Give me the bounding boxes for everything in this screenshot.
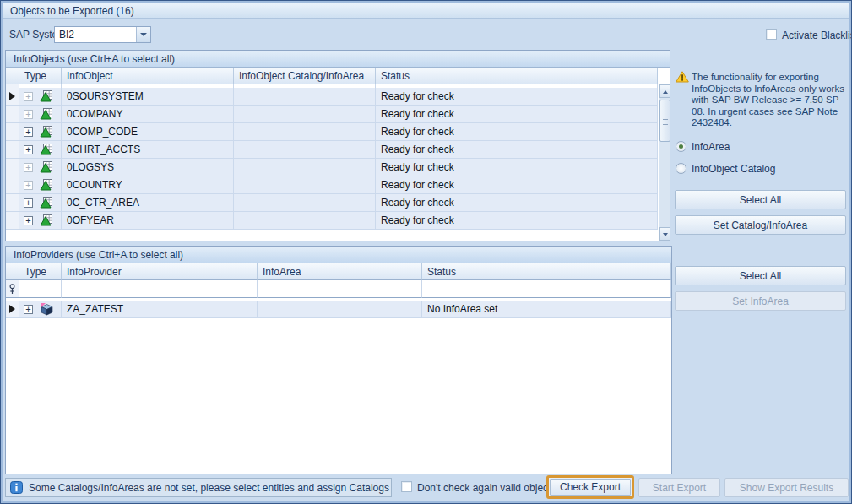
bottom-bar: Some Catalogs/InfoAreas are not set, ple…: [3, 474, 849, 501]
filter-cell-type[interactable]: [19, 280, 62, 298]
table-row[interactable]: + 0COMP_CODE Ready for check: [6, 123, 658, 141]
column-header-catalog[interactable]: InfoObject Catalog/InfoArea: [234, 68, 376, 84]
catalog-cell: [234, 212, 376, 230]
infoobjects-select-all-button[interactable]: Select All: [675, 190, 846, 209]
table-row[interactable]: + 0SOURSYSTEM Ready for check: [6, 88, 658, 106]
grid-empty-area: [6, 318, 671, 474]
characteristic-icon: [40, 160, 53, 174]
check-export-button[interactable]: Check Export: [550, 479, 631, 496]
status-message-box: Some Catalogs/InfoAreas are not set, ple…: [5, 478, 392, 497]
expand-icon[interactable]: +: [24, 163, 33, 172]
infoarea-cell: [258, 301, 422, 318]
activate-blacklist-label: Activate Blacklist: [782, 30, 852, 41]
characteristic-icon: [40, 107, 53, 121]
infoobject-name: 0LOGSYS: [62, 159, 234, 176]
expand-icon[interactable]: +: [24, 198, 33, 208]
chevron-down-icon: [140, 33, 147, 36]
infoobject-name: 0SOURSYSTEM: [62, 88, 234, 106]
infoobject-name: 0OFYEAR: [62, 212, 234, 230]
column-header-type[interactable]: Type: [19, 68, 62, 84]
scroll-up-icon: [663, 90, 668, 94]
catalog-cell: [234, 194, 376, 212]
column-header-infoprovider[interactable]: InfoProvider: [62, 263, 258, 280]
radio-infoobject-catalog[interactable]: [676, 163, 686, 174]
characteristic-icon: [40, 196, 53, 209]
scroll-up-button[interactable]: [659, 84, 670, 98]
column-header-type[interactable]: Type: [19, 263, 62, 280]
table-row[interactable]: + 0C_CTR_AREA Ready for check: [6, 194, 658, 212]
infoobjects-group: InfoObjects (use Ctrl+A to select all) T…: [5, 50, 670, 241]
sap-system-combobox[interactable]: BI2: [54, 26, 151, 43]
infoproviders-group: InfoProviders (use Ctrl+A to select all)…: [5, 246, 672, 474]
combo-dropdown-button[interactable]: [136, 27, 150, 42]
characteristic-icon: [40, 178, 53, 192]
expand-icon[interactable]: +: [24, 92, 33, 101]
status-cell: Ready for check: [376, 159, 658, 176]
status-cell: Ready for check: [376, 176, 658, 194]
column-header-status[interactable]: Status: [422, 263, 671, 280]
expand-icon[interactable]: +: [24, 127, 33, 137]
infoproviders-select-all-button[interactable]: Select All: [675, 266, 846, 285]
expand-icon[interactable]: +: [24, 216, 33, 225]
filter-cell-infoprovider[interactable]: [62, 280, 258, 298]
infoobjects-group-title: InfoObjects (use Ctrl+A to select all): [6, 51, 670, 68]
column-header-infoarea[interactable]: InfoArea: [258, 263, 422, 280]
start-export-button[interactable]: Start Export: [638, 478, 720, 497]
dont-check-again-label: Don't check again valid objects: [417, 482, 556, 494]
table-row[interactable]: + 0LOGSYS Ready for check: [6, 159, 658, 176]
catalog-cell: [234, 88, 376, 106]
catalog-cell: [234, 106, 376, 123]
catalog-cell: [234, 123, 376, 141]
set-infoarea-button[interactable]: Set InfoArea: [675, 291, 846, 311]
dont-check-again-checkbox[interactable]: [401, 481, 412, 492]
infoproviders-group-title: InfoProviders (use Ctrl+A to select all): [6, 247, 671, 263]
warning-icon: [676, 71, 689, 83]
status-cell: No InfoArea set: [422, 301, 671, 318]
scrollbar-thumb[interactable]: [659, 100, 670, 142]
characteristic-icon: [40, 214, 53, 227]
radio-infoarea-label: InfoArea: [692, 141, 730, 153]
scroll-down-button[interactable]: [659, 227, 670, 241]
status-cell: Ready for check: [376, 212, 658, 230]
infoobject-name: 0COUNTRY: [62, 176, 234, 194]
infoprovider-name: ZA_ZATEST: [62, 301, 258, 318]
status-cell: Ready for check: [376, 141, 658, 159]
catalog-cell: [234, 159, 376, 176]
row-indicator-header: [6, 68, 19, 84]
dialog-title: Objects to be Exported (16): [3, 3, 849, 19]
table-row[interactable]: + ZA_ZATEST No InfoArea set: [6, 301, 671, 318]
filter-row-indicator: [6, 280, 19, 298]
expand-icon[interactable]: +: [24, 181, 33, 190]
activate-blacklist-checkbox[interactable]: [766, 29, 777, 40]
show-export-results-button[interactable]: Show Export Results: [724, 478, 849, 497]
radio-infoobject-catalog-label: InfoObject Catalog: [692, 163, 775, 175]
column-header-infoobject[interactable]: InfoObject: [62, 68, 234, 84]
filter-cell-status[interactable]: [422, 280, 671, 298]
expand-icon[interactable]: +: [24, 145, 33, 154]
info-icon: [10, 481, 23, 494]
status-cell: Ready for check: [376, 106, 658, 123]
expand-icon[interactable]: +: [24, 305, 33, 314]
table-row[interactable]: + 0CHRT_ACCTS Ready for check: [6, 141, 658, 159]
table-row[interactable]: + 0COUNTRY Ready for check: [6, 176, 658, 194]
filter-cell-infoarea[interactable]: [258, 280, 422, 298]
adso-cube-icon: [40, 302, 54, 317]
characteristic-icon: [40, 125, 53, 138]
status-cell: Ready for check: [376, 194, 658, 212]
characteristic-icon: [40, 89, 53, 103]
focused-row-arrow: [9, 92, 15, 100]
characteristic-icon: [40, 143, 53, 156]
set-catalog-infoarea-button[interactable]: Set Catalog/InfoArea: [675, 215, 846, 235]
sap-system-value: BI2: [59, 29, 74, 41]
table-row[interactable]: + 0COMPANY Ready for check: [6, 106, 658, 123]
row-indicator-header: [6, 263, 19, 280]
status-cell: Ready for check: [376, 123, 658, 141]
focused-row-arrow: [9, 305, 15, 313]
column-header-status[interactable]: Status: [376, 68, 658, 84]
table-row[interactable]: + 0OFYEAR Ready for check: [6, 212, 658, 230]
check-export-highlight: Check Export: [546, 475, 634, 499]
expand-icon[interactable]: +: [24, 110, 33, 119]
vertical-scrollbar[interactable]: [659, 84, 670, 241]
infoobject-name: 0CHRT_ACCTS: [62, 141, 234, 159]
radio-infoarea[interactable]: [676, 141, 686, 152]
